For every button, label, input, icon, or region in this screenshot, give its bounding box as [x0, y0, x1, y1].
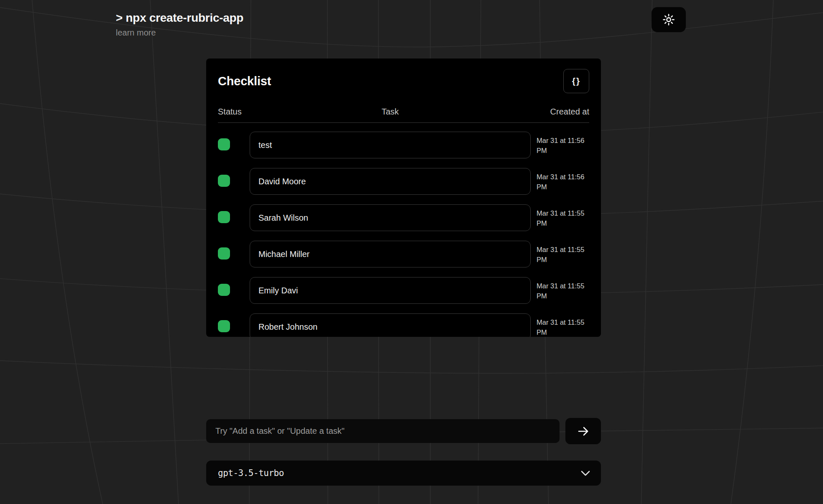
learn-more-link[interactable]: learn more: [116, 28, 156, 38]
task-input[interactable]: [250, 241, 531, 267]
task-row: Mar 31 at 11:55 PM: [218, 204, 589, 231]
status-checkbox[interactable]: [218, 211, 230, 223]
task-input[interactable]: [250, 132, 531, 158]
model-selector[interactable]: gpt-3.5-turbo: [206, 461, 601, 486]
task-row: Mar 31 at 11:55 PM: [218, 313, 589, 337]
task-input[interactable]: [250, 204, 531, 231]
task-input[interactable]: [250, 313, 531, 337]
table-header: Status Task Created at: [218, 107, 589, 117]
app: > npx create-rubric-app learn more Check…: [0, 0, 823, 504]
submit-button[interactable]: [565, 418, 601, 444]
created-at-label: Mar 31 at 11:55 PM: [531, 313, 589, 337]
checklist-card: Checklist {} Status Task Created at Mar …: [206, 59, 601, 337]
task-row: Mar 31 at 11:55 PM: [218, 241, 589, 267]
status-checkbox[interactable]: [218, 320, 230, 332]
task-row: Mar 31 at 11:56 PM: [218, 168, 589, 195]
theme-toggle-button[interactable]: [652, 7, 686, 32]
status-cell: [218, 247, 250, 261]
task-row: Mar 31 at 11:55 PM: [218, 277, 589, 304]
braces-icon: {}: [572, 76, 580, 86]
header-divider: [218, 122, 589, 123]
status-cell: [218, 175, 250, 188]
model-value: gpt-3.5-turbo: [218, 468, 284, 478]
status-cell: [218, 138, 250, 152]
created-at-label: Mar 31 at 11:55 PM: [531, 204, 589, 229]
arrow-right-icon: [577, 425, 590, 437]
column-task: Task: [250, 107, 531, 117]
brand-block: > npx create-rubric-app learn more: [116, 12, 243, 38]
command-input[interactable]: [206, 419, 560, 443]
status-cell: [218, 211, 250, 225]
status-checkbox[interactable]: [218, 247, 230, 260]
json-view-button[interactable]: {}: [563, 69, 589, 93]
column-created-at: Created at: [531, 107, 589, 117]
task-list: Mar 31 at 11:56 PM Mar 31 at 11:56 PM Ma…: [218, 132, 589, 337]
chevron-down-icon: [581, 471, 590, 476]
created-at-label: Mar 31 at 11:55 PM: [531, 241, 589, 265]
status-cell: [218, 284, 250, 298]
column-status: Status: [218, 107, 250, 117]
checklist-title: Checklist: [218, 74, 271, 88]
status-checkbox[interactable]: [218, 284, 230, 296]
task-input[interactable]: [250, 277, 531, 304]
composer: [206, 418, 601, 444]
status-cell: [218, 320, 250, 334]
sun-icon: [662, 13, 675, 26]
created-at-label: Mar 31 at 11:56 PM: [531, 132, 589, 156]
task-input[interactable]: [250, 168, 531, 195]
checklist-header: Checklist {}: [218, 69, 589, 94]
task-row: Mar 31 at 11:56 PM: [218, 132, 589, 158]
created-at-label: Mar 31 at 11:56 PM: [531, 168, 589, 192]
created-at-label: Mar 31 at 11:55 PM: [531, 277, 589, 301]
page-title: > npx create-rubric-app: [116, 12, 243, 25]
status-checkbox[interactable]: [218, 138, 230, 150]
status-checkbox[interactable]: [218, 175, 230, 187]
